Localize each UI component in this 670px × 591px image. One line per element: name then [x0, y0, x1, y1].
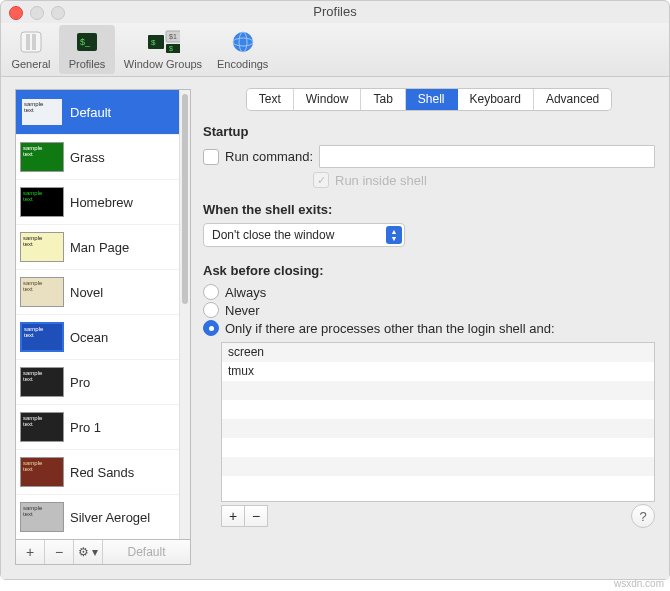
process-row[interactable] [222, 476, 654, 495]
profile-item[interactable]: sampletextPro [16, 360, 180, 405]
startup-heading: Startup [203, 124, 655, 139]
profile-action-menu[interactable]: ⚙︎ ▾ [74, 540, 103, 564]
toolbar-general[interactable]: General [3, 25, 59, 74]
help-button[interactable]: ? [631, 504, 655, 528]
svg-text:$_: $_ [80, 37, 91, 47]
globe-icon [226, 27, 260, 57]
window-controls [9, 6, 65, 20]
process-row[interactable]: tmux [222, 362, 654, 381]
svg-text:$: $ [169, 45, 173, 52]
shell-exit-select[interactable]: Don't close the window ▲▼ [203, 223, 405, 247]
window-title: Profiles [313, 4, 356, 19]
profile-thumbnail: sampletext [20, 277, 64, 307]
profile-item[interactable]: sampletextNovel [16, 270, 180, 315]
profile-name: Ocean [70, 330, 108, 345]
svg-rect-1 [26, 34, 30, 50]
tab-window[interactable]: Window [294, 89, 362, 110]
profile-thumbnail: sampletext [20, 97, 64, 127]
svg-rect-2 [32, 34, 36, 50]
settings-pane: TextWindowTabShellKeyboardAdvanced Start… [203, 89, 655, 565]
preferences-icon [14, 27, 48, 57]
minimize-window-button[interactable] [30, 6, 44, 20]
profile-name: Grass [70, 150, 105, 165]
tab-shell[interactable]: Shell [406, 89, 458, 110]
remove-profile-button[interactable]: − [45, 540, 74, 564]
profile-name: Homebrew [70, 195, 133, 210]
svg-point-11 [233, 32, 253, 52]
profile-thumbnail: sampletext [20, 232, 64, 262]
svg-text:$1: $1 [169, 33, 177, 40]
profile-item[interactable]: sampletextGrass [16, 135, 180, 180]
profile-list-toolbar: + − ⚙︎ ▾ Default [15, 540, 191, 565]
process-row[interactable] [222, 438, 654, 457]
profile-item[interactable]: sampletextPro 1 [16, 405, 180, 450]
add-process-button[interactable]: + [221, 505, 245, 527]
tab-text[interactable]: Text [247, 89, 294, 110]
tab-keyboard[interactable]: Keyboard [458, 89, 534, 110]
run-command-field[interactable] [319, 145, 655, 168]
ask-option-radio[interactable] [203, 302, 219, 318]
set-default-button[interactable]: Default [103, 540, 190, 564]
profile-item[interactable]: sampletextHomebrew [16, 180, 180, 225]
process-row[interactable]: screen [222, 343, 654, 362]
toolbar: General $_ Profiles $$1$ Window Groups E… [1, 23, 669, 77]
profile-thumbnail: sampletext [20, 322, 64, 352]
profile-list[interactable]: sampletextDefaultsampletextGrasssamplete… [15, 89, 191, 540]
process-row[interactable] [222, 457, 654, 476]
process-row[interactable] [222, 419, 654, 438]
tab-advanced[interactable]: Advanced [534, 89, 611, 110]
process-row[interactable] [222, 400, 654, 419]
profile-item[interactable]: sampletextSilver Aerogel [16, 495, 180, 539]
run-inside-shell-label: Run inside shell [335, 173, 427, 188]
settings-tabs: TextWindowTabShellKeyboardAdvanced [203, 89, 655, 110]
add-profile-button[interactable]: + [16, 540, 45, 564]
ask-option-radio[interactable] [203, 320, 219, 336]
close-window-button[interactable] [9, 6, 23, 20]
toolbar-window-groups[interactable]: $$1$ Window Groups [115, 25, 211, 74]
run-command-label: Run command: [225, 149, 313, 164]
remove-process-button[interactable]: − [245, 505, 268, 527]
profile-item[interactable]: sampletextMan Page [16, 225, 180, 270]
toolbar-profiles[interactable]: $_ Profiles [59, 25, 115, 74]
exit-heading: When the shell exits: [203, 202, 655, 217]
profile-item[interactable]: sampletextDefault [16, 90, 180, 135]
profile-sidebar: sampletextDefaultsampletextGrasssamplete… [15, 89, 191, 565]
select-stepper-icon: ▲▼ [386, 226, 402, 244]
profile-name: Default [70, 105, 111, 120]
toolbar-encodings[interactable]: Encodings [211, 25, 274, 74]
tab-tab[interactable]: Tab [361, 89, 405, 110]
ask-heading: Ask before closing: [203, 263, 655, 278]
process-row[interactable] [222, 381, 654, 400]
zoom-window-button[interactable] [51, 6, 65, 20]
profile-name: Man Page [70, 240, 129, 255]
profile-name: Silver Aerogel [70, 510, 150, 525]
ask-option-label: Only if there are processes other than t… [225, 321, 555, 336]
process-list[interactable]: screentmux [221, 342, 655, 502]
profile-thumbnail: sampletext [20, 142, 64, 172]
profile-thumbnail: sampletext [20, 457, 64, 487]
profile-list-scrollbar[interactable] [179, 90, 190, 539]
preferences-window: Profiles General $_ Profiles $$1$ Window… [0, 0, 670, 580]
profile-name: Red Sands [70, 465, 134, 480]
ask-option-label: Always [225, 285, 266, 300]
profile-name: Novel [70, 285, 103, 300]
ask-option-radio[interactable] [203, 284, 219, 300]
run-inside-shell-checkbox: ✓ [313, 172, 329, 188]
svg-text:$: $ [151, 38, 156, 47]
profile-item[interactable]: sampletextRed Sands [16, 450, 180, 495]
profile-thumbnail: sampletext [20, 367, 64, 397]
run-command-checkbox[interactable] [203, 149, 219, 165]
profile-item[interactable]: sampletextOcean [16, 315, 180, 360]
profile-name: Pro [70, 375, 90, 390]
profile-name: Pro 1 [70, 420, 101, 435]
watermark: wsxdn.com [614, 578, 664, 589]
terminal-icon: $_ [70, 27, 104, 57]
content: sampletextDefaultsampletextGrasssamplete… [1, 77, 669, 579]
profile-thumbnail: sampletext [20, 412, 64, 442]
titlebar: Profiles [1, 1, 669, 23]
ask-option-label: Never [225, 303, 260, 318]
svg-rect-0 [21, 32, 41, 52]
profile-thumbnail: sampletext [20, 502, 64, 532]
profile-thumbnail: sampletext [20, 187, 64, 217]
window-groups-icon: $$1$ [146, 27, 180, 57]
